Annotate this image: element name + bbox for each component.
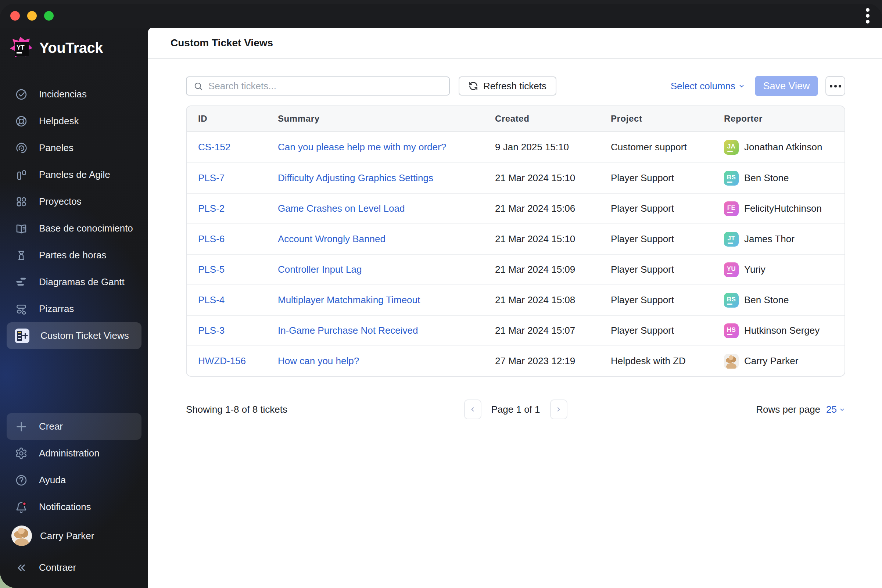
ticket-reporter-cell: YU Yuriy	[724, 262, 844, 277]
sidebar-item-custom-ticket-views[interactable]: Custom Ticket Views	[7, 322, 141, 349]
close-window-button[interactable]	[10, 11, 20, 21]
reporter-name: FelicityHutchinson	[744, 203, 822, 214]
ticket-summary-link[interactable]: Account Wrongly Banned	[278, 233, 386, 244]
reporter-name: Ben Stone	[744, 294, 789, 306]
column-header-id: ID	[198, 114, 278, 124]
ticket-summary-cell: Can you please help me with my order?	[278, 141, 495, 153]
ticket-summary-link[interactable]: Can you please help me with my order?	[278, 141, 446, 153]
pagination: Page 1 of 1	[464, 399, 567, 419]
reporter-initials: YU	[727, 266, 736, 272]
sidebar-item-administration[interactable]: Administration	[7, 440, 141, 467]
ticket-reporter-cell: JA Jonathan Atkinson	[724, 140, 844, 155]
ticket-summary-link[interactable]: Difficulty Adjusting Graphics Settings	[278, 172, 433, 183]
ticket-id-link[interactable]: PLS-4	[198, 294, 225, 305]
sidebar-item-partes-de-horas[interactable]: Partes de horas	[7, 242, 141, 268]
sidebar-item-profile[interactable]: Carry Parker	[7, 520, 141, 551]
ticket-id-cell: PLS-4	[198, 294, 278, 306]
column-header-project: Project	[611, 114, 724, 124]
list-footer: Showing 1-8 of 8 tickets Page 1 of 1 Row…	[186, 399, 845, 419]
toolbar: Refresh tickets Select columns Save View	[186, 76, 845, 96]
prev-page-button[interactable]	[464, 399, 482, 419]
ticket-created-cell: 9 Jan 2025 15:10	[495, 141, 611, 153]
ticket-id-link[interactable]: PLS-5	[198, 264, 225, 275]
ticket-id-link[interactable]: PLS-3	[198, 325, 225, 336]
ticket-summary-link[interactable]: In-Game Purchase Not Received	[278, 325, 418, 336]
reporter-avatar	[724, 354, 739, 369]
ticket-reporter-cell: FE FelicityHutchinson	[724, 201, 844, 216]
sidebar-item-diagramas-de-gantt[interactable]: Diagramas de Gantt	[7, 268, 141, 296]
refresh-tickets-button[interactable]: Refresh tickets	[459, 76, 556, 96]
table-row: HWZD-156 How can you help? 27 Mar 2023 1…	[187, 345, 844, 376]
tickets-table: ID Summary Created Project Reporter CS-1…	[186, 105, 845, 376]
kebab-menu-icon[interactable]	[864, 6, 872, 26]
sidebar-item-incidencias[interactable]: Incidencias	[7, 81, 141, 108]
app-name: YouTrack	[39, 40, 103, 56]
page-indicator: Page 1 of 1	[491, 404, 540, 415]
minimize-window-button[interactable]	[27, 11, 37, 21]
column-header-reporter: Reporter	[724, 114, 844, 124]
collapse-chevrons-icon	[15, 561, 28, 574]
sidebar-item-crear[interactable]: Crear	[7, 413, 141, 440]
more-options-button[interactable]	[825, 76, 845, 96]
sidebar-item-base-de-conocimiento[interactable]: Base de conocimiento	[7, 215, 141, 242]
ticket-project-cell: Player Support	[611, 294, 724, 306]
ticket-id-link[interactable]: PLS-2	[198, 203, 225, 214]
reporter-avatar: BS	[724, 171, 739, 186]
next-page-button[interactable]	[550, 399, 567, 419]
table-row: CS-152 Can you please help me with my or…	[187, 132, 844, 162]
select-columns-button[interactable]: Select columns	[670, 81, 745, 92]
sidebar-item-paneles[interactable]: Paneles	[7, 135, 141, 161]
ticket-summary-link[interactable]: Game Crashes on Level Load	[278, 203, 405, 214]
table-row: PLS-4 Multiplayer Matchmaking Timeout 21…	[187, 285, 844, 315]
search-box[interactable]	[186, 76, 450, 96]
ticket-summary-link[interactable]: Multiplayer Matchmaking Timeout	[278, 294, 420, 305]
rows-per-page-select[interactable]: 25	[826, 404, 845, 415]
table-row: PLS-6 Account Wrongly Banned 21 Mar 2024…	[187, 224, 844, 254]
ticket-summary-link[interactable]: Controller Input Lag	[278, 264, 362, 275]
hourglass-icon	[15, 249, 28, 262]
reporter-initials: BS	[727, 296, 736, 303]
sidebar-item-label: Contraer	[39, 562, 76, 573]
knowledge-book-icon	[15, 222, 28, 235]
reporter-initials: FE	[727, 205, 736, 211]
sidebar-item-helpdesk[interactable]: Helpdesk	[7, 108, 141, 135]
ticket-created-cell: 21 Mar 2024 15:08	[495, 294, 611, 306]
sidebar-item-contraer[interactable]: Contraer	[7, 554, 141, 581]
ticket-id-link[interactable]: PLS-6	[198, 233, 225, 244]
save-view-button[interactable]: Save View	[755, 76, 818, 96]
reporter-initials: JT	[728, 235, 735, 242]
gear-icon	[15, 447, 28, 460]
user-avatar	[11, 525, 32, 546]
ticket-project-cell: Player Support	[611, 203, 724, 214]
custom-ticket-tile-icon	[15, 328, 29, 343]
table-row: PLS-5 Controller Input Lag 21 Mar 2024 1…	[187, 254, 844, 285]
sidebar-item-label: Proyectos	[39, 196, 82, 207]
ticket-reporter-cell: BS Ben Stone	[724, 293, 844, 308]
ticket-project-cell: Helpdesk with ZD	[611, 356, 724, 367]
sidebar-item-label: Base de conocimiento	[39, 223, 133, 234]
ticket-summary-cell: Account Wrongly Banned	[278, 233, 495, 245]
maximize-window-button[interactable]	[44, 11, 54, 21]
reporter-name: Hutkinson Sergey	[744, 325, 819, 336]
search-input[interactable]	[208, 81, 442, 92]
refresh-label: Refresh tickets	[483, 81, 546, 92]
ticket-reporter-cell: JT James Thor	[724, 232, 844, 247]
ticket-project-cell: Player Support	[611, 172, 724, 184]
reporter-name: Yuriy	[744, 264, 765, 275]
sidebar-item-ayuda[interactable]: Ayuda	[7, 467, 141, 494]
ticket-id-link[interactable]: PLS-7	[198, 172, 225, 183]
ticket-summary-cell: Multiplayer Matchmaking Timeout	[278, 294, 495, 306]
sidebar-menu: Incidencias Helpdesk Paneles	[0, 81, 148, 349]
sidebar-item-label: Paneles	[39, 142, 74, 154]
sidebar-item-label: Crear	[39, 421, 63, 432]
sidebar-item-proyectos[interactable]: Proyectos	[7, 188, 141, 215]
sidebar-item-pizarras[interactable]: Pizarras	[7, 296, 141, 322]
ticket-summary-link[interactable]: How can you help?	[278, 356, 359, 366]
sidebar-item-paneles-de-agile[interactable]: Paneles de Agile	[7, 161, 141, 188]
sidebar-item-label: Administration	[39, 448, 100, 459]
sidebar-item-notifications[interactable]: Notifications	[7, 494, 141, 520]
ticket-created-cell: 27 Mar 2023 12:19	[495, 356, 611, 367]
ticket-id-link[interactable]: HWZD-156	[198, 356, 246, 366]
chevron-down-icon	[738, 82, 745, 89]
ticket-id-link[interactable]: CS-152	[198, 141, 230, 153]
